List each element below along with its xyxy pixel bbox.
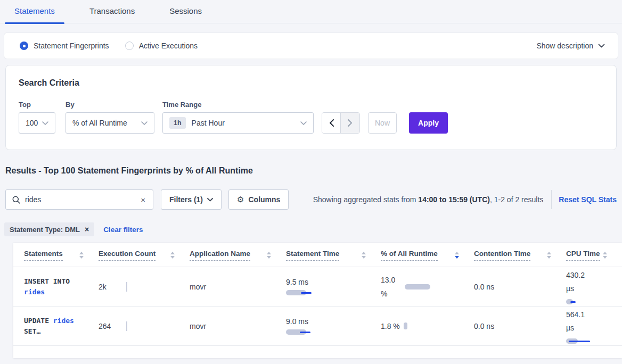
time-window-arrows [322, 112, 360, 134]
show-description-toggle[interactable]: Show description [536, 42, 605, 50]
application-name-cell: movr [190, 283, 286, 291]
statement-time-cell: 9.5 ms [286, 278, 381, 295]
previous-time-window-button[interactable] [322, 113, 341, 133]
execution-count-bar [126, 282, 127, 292]
radio-label: Active Executions [139, 42, 198, 50]
percent-runtime-cell: 13.0 % [381, 273, 474, 301]
column-header-execution-count[interactable]: Execution Count [99, 250, 190, 261]
table-row[interactable]: INSERT INTO rides 2k movr 9.5 ms 13.0 % … [13, 267, 622, 307]
contention-time-cell: 0.0 ns [474, 283, 566, 291]
column-header-statements[interactable]: Statements [24, 250, 99, 261]
by-label: By [66, 101, 154, 109]
statement-cell: UPDATE rides SET… [24, 316, 83, 337]
sort-icon[interactable] [362, 252, 366, 259]
results-heading: Results - Top 100 Statement Fingerprints… [5, 166, 622, 176]
chevron-down-icon [42, 121, 48, 125]
chevron-right-icon [348, 119, 353, 127]
column-header-application-name[interactable]: Application Name [190, 250, 286, 261]
chevron-down-icon [598, 44, 605, 48]
filter-chip-statement-type[interactable]: Statement Type: DML × [4, 222, 94, 236]
next-time-window-button[interactable] [341, 113, 359, 133]
now-button[interactable]: Now [368, 112, 397, 134]
statement-search-box[interactable]: × [5, 189, 153, 210]
columns-button[interactable]: ⚙ Columns [228, 189, 289, 210]
sort-icon[interactable] [170, 252, 175, 259]
statements-table: Statements Execution Count Application N… [13, 243, 622, 358]
chevron-down-icon [141, 121, 148, 125]
remove-chip-icon[interactable]: × [85, 225, 89, 234]
by-field-group: By % of All Runtime [66, 101, 154, 134]
tab-transactions[interactable]: Transactions [80, 6, 144, 23]
table-header-row: Statements Execution Count Application N… [13, 243, 622, 267]
clear-filters-link[interactable]: Clear filters [103, 226, 143, 234]
top-tab-bar: Statements Transactions Sessions [0, 0, 622, 23]
execution-count-bar [126, 321, 127, 331]
radio-selected-icon [20, 42, 28, 50]
search-input[interactable] [25, 195, 140, 204]
sort-icon[interactable] [79, 252, 84, 259]
by-select-value: % of All Runtime [72, 119, 127, 127]
execution-count-cell: 264 [99, 321, 190, 331]
percent-runtime-cell: 1.8 % [381, 322, 474, 330]
cpu-time-bar [566, 338, 598, 344]
cpu-time-bar [566, 299, 598, 304]
contention-time-cell: 0.0 ns [474, 322, 566, 330]
radio-label: Statement Fingerprints [34, 42, 109, 50]
reset-sql-stats-link[interactable]: Reset SQL Stats [559, 195, 617, 204]
time-range-badge: 1h [169, 117, 186, 129]
sort-icon[interactable] [603, 252, 607, 259]
search-criteria-controls: Top 100 By % of All Runtime Time Range 1… [19, 101, 603, 134]
execution-count-cell: 2k [99, 282, 190, 292]
tab-statements[interactable]: Statements [5, 6, 64, 23]
top-select-value: 100 [26, 119, 38, 127]
statement-time-bar [286, 329, 318, 335]
aggregated-stats-note: Showing aggregated stats from 14:00 to 1… [313, 195, 544, 204]
column-header-contention-time[interactable]: Contention Time [474, 250, 566, 261]
radio-unselected-icon [125, 42, 134, 50]
clear-search-icon[interactable]: × [140, 195, 146, 204]
chevron-down-icon [300, 121, 307, 125]
show-description-label: Show description [536, 42, 593, 50]
sort-icon[interactable] [547, 252, 551, 259]
statement-fingerprint-link[interactable]: rides [24, 288, 45, 296]
filters-button[interactable]: Filters (1) [161, 189, 222, 210]
radio-statement-fingerprints[interactable]: Statement Fingerprints [20, 42, 109, 50]
filter-chip-row: Statement Type: DML × Clear filters [4, 222, 622, 236]
statement-cell: INSERT INTO rides [24, 276, 83, 297]
by-select[interactable]: % of All Runtime [66, 112, 154, 134]
sort-icon-active-desc[interactable] [455, 252, 459, 259]
cpu-time-cell: 430.2 µs [566, 269, 622, 304]
chip-label: Statement Type: DML [10, 226, 80, 234]
sort-icon[interactable] [267, 252, 271, 259]
columns-label: Columns [248, 195, 280, 204]
divider [551, 190, 552, 209]
statement-fingerprint-link[interactable]: rides [53, 317, 74, 325]
gear-icon: ⚙ [237, 195, 244, 204]
time-range-field-group: Time Range 1h Past Hour [162, 101, 314, 134]
search-criteria-title: Search Criteria [19, 78, 603, 88]
search-criteria-panel: Search Criteria Top 100 By % of All Runt… [5, 65, 617, 150]
filters-label: Filters (1) [169, 195, 203, 204]
radio-active-executions[interactable]: Active Executions [125, 42, 198, 50]
top-field-group: Top 100 [19, 101, 55, 134]
column-header-percent-runtime[interactable]: % of All Runtime [381, 250, 474, 261]
column-header-statement-time[interactable]: Statement Time [286, 250, 381, 261]
time-range-select[interactable]: 1h Past Hour [162, 112, 314, 134]
results-controls-row: × Filters (1) ⚙ Columns Showing aggregat… [5, 189, 617, 210]
table-row[interactable]: UPDATE rides SET… 264 movr 9.0 ms 1.8 % … [13, 307, 622, 346]
statement-time-bar [286, 290, 318, 295]
column-header-cpu-time[interactable]: CPU Time [566, 250, 622, 261]
application-name-cell: movr [190, 322, 286, 330]
time-range-label: Time Range [162, 101, 314, 109]
chevron-down-icon [207, 198, 213, 202]
stats-time-range: 14:00 to 15:59 (UTC) [418, 195, 490, 204]
statement-time-cell: 9.0 ms [286, 317, 381, 335]
top-select[interactable]: 100 [19, 112, 55, 134]
top-label: Top [19, 101, 55, 109]
percent-runtime-bar [405, 284, 430, 289]
view-toggle-bar: Statement Fingerprints Active Executions… [4, 33, 618, 59]
chevron-left-icon [329, 119, 334, 127]
cpu-time-cell: 564.1 µs [566, 308, 622, 344]
apply-button[interactable]: Apply [409, 112, 448, 134]
tab-sessions[interactable]: Sessions [160, 6, 211, 23]
